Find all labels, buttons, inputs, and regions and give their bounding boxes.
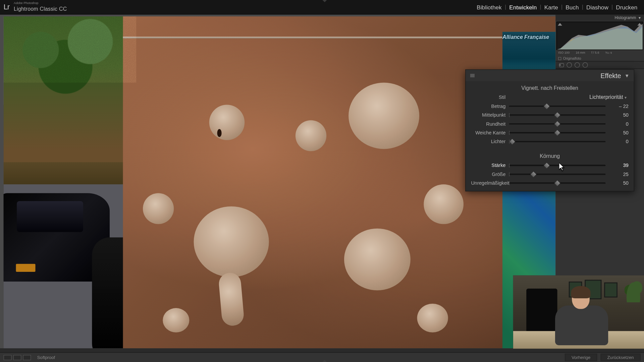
vignette-slider-row: Lichter0 [471,137,628,146]
section-title: Körnung [471,153,628,159]
grain-slider-row: Unregelmäßigkeit50 [471,179,628,187]
webcam-overlay [513,276,644,349]
slider-thumb[interactable] [554,180,561,187]
slider-track[interactable] [509,180,605,186]
filmstrip-expand-icon[interactable] [322,360,327,362]
effects-panel: Effekte ▼ Vignett. nach Freistellen Stil… [465,69,634,191]
svg-rect-0 [4,16,137,83]
watermark-text: Alliance Française [502,34,551,48]
module-tab-buch[interactable]: Buch [562,2,582,12]
compare-view-icon[interactable] [13,355,21,360]
section-title: Vignett. nach Freistellen [471,85,628,91]
softproof-toggle[interactable]: Softproof [37,355,55,360]
brush-tool-icon[interactable] [559,64,561,66]
slider-label: Weiche Kante [471,130,505,135]
slider-value[interactable]: 0 [609,139,629,144]
reset-button[interactable]: Zurücksetzen [601,354,641,361]
menubar: Lr Adobe Photoshop Lightroom Classic CC … [0,0,644,15]
shadow-clip-icon[interactable] [558,23,562,26]
vignette-slider-row: Weiche Kante50 [471,128,628,137]
slider-value[interactable]: 50 [609,112,629,118]
slider-thumb[interactable] [554,129,561,136]
histogram[interactable] [556,22,643,50]
slider-label: Stärke [471,163,505,168]
vignette-section: Vignett. nach Freistellen Stil Lichterpr… [466,81,634,149]
app-logo: Lr [4,3,9,11]
slider-label: Betrag [471,104,505,109]
slider-value[interactable]: 25 [609,172,629,177]
previous-button[interactable]: Vorherige [565,354,597,361]
slider-thumb[interactable] [554,112,561,119]
style-row: Stil Lichterpriorität ▾ [471,93,628,102]
slider-track[interactable] [509,162,605,168]
module-nav: Bibliothek|Entwickeln|Karte|Buch|Diashow… [474,2,640,12]
spot-tool-icon[interactable] [567,62,572,68]
vignette-slider-row: Betrag– 22 [471,102,628,110]
slider-value[interactable]: 50 [609,180,629,186]
original-toggle[interactable]: Originalfoto [555,56,644,61]
survey-view-icon[interactable] [23,355,31,360]
radial-tool-icon[interactable] [583,62,588,68]
slider-label: Lichter [471,139,505,144]
slider-label: Rundheit [471,121,505,126]
slider-value[interactable]: 0 [609,121,629,126]
module-tab-drucken[interactable]: Drucken [613,2,640,12]
slider-track[interactable] [509,138,605,144]
module-tab-diashow[interactable]: Diashow [583,2,611,12]
module-tab-bibliothek[interactable]: Bibliothek [474,2,505,12]
module-tab-entwickeln[interactable]: Entwickeln [506,2,540,12]
slider-thumb[interactable] [508,138,516,145]
slider-thumb[interactable] [543,103,550,110]
chevron-down-icon: ▼ [625,73,629,78]
slider-track[interactable] [509,103,605,109]
panel-expand-icon[interactable] [322,0,327,2]
grain-slider-row: Größe25 [471,170,628,178]
slider-track[interactable] [509,112,605,118]
slider-value[interactable]: 39 [609,163,629,168]
bottom-toolbar: Softproof Vorherige Zurücksetzen [0,352,644,362]
slider-track[interactable] [509,171,605,177]
highlight-clip-icon[interactable] [637,23,642,26]
histogram-header[interactable]: Histogramm▼ [555,15,644,21]
style-dropdown[interactable]: Lichterpriorität ▾ [509,94,629,100]
chevron-down-icon: ▼ [638,16,641,20]
exif-readout: ISO 10016 mmf / 5.6¹⁄₆₀ s [555,51,644,56]
slider-value[interactable]: – 22 [609,104,629,109]
slider-thumb[interactable] [543,162,550,169]
panel-switch-icon[interactable] [470,74,475,77]
vignette-slider-row: Rundheit0 [471,119,628,128]
app-title: Adobe Photoshop Lightroom Classic CC [14,2,67,12]
local-tools [555,61,644,69]
loupe-view-icon[interactable] [4,355,12,360]
effects-panel-header[interactable]: Effekte ▼ [466,70,634,81]
slider-label: Größe [471,172,505,177]
slider-thumb[interactable] [554,121,561,128]
vignette-slider-row: Mittelpunkt50 [471,111,628,119]
slider-label: Unregelmäßigkeit [471,180,505,186]
grain-slider-row: Stärke39 [471,161,628,170]
slider-value[interactable]: 50 [609,130,629,135]
module-tab-karte[interactable]: Karte [541,2,561,12]
slider-thumb[interactable] [530,171,537,178]
grain-section: Körnung Stärke39Größe25Unregelmäßigkeit5… [466,149,634,191]
redeye-tool-icon[interactable] [575,62,580,68]
slider-track[interactable] [509,121,605,127]
slider-track[interactable] [509,129,605,135]
slider-label: Mittelpunkt [471,112,505,118]
